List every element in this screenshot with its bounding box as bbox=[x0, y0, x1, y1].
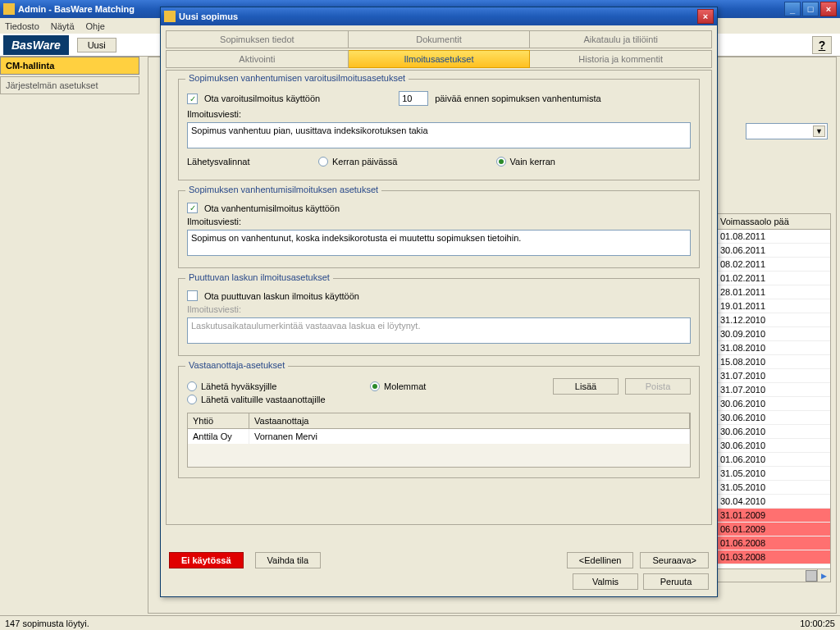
help-button[interactable]: ? bbox=[812, 36, 832, 54]
msg2-textarea[interactable] bbox=[187, 230, 691, 256]
recipient-row[interactable]: Anttila Oy Vornanen Mervi bbox=[188, 429, 690, 444]
warning-legend: Sopimuksen vanhentumisen varoitusilmoitu… bbox=[185, 73, 409, 83]
msg2-label: Ilmoitusviesti: bbox=[187, 217, 241, 226]
maximize-button[interactable]: □ bbox=[802, 2, 819, 16]
logo: BasWare bbox=[3, 35, 69, 55]
new-button[interactable]: Uusi bbox=[77, 38, 116, 52]
validity-row[interactable]: 15.08.2010 bbox=[717, 355, 830, 369]
tab[interactable]: Aikataulu ja tiliöinti bbox=[530, 30, 712, 48]
enable-missing-label: Ota puuttuvan laskun ilmoitus käyttöön bbox=[204, 291, 359, 301]
sidebar-item[interactable]: Järjestelmän asetukset bbox=[0, 76, 139, 94]
enable-expiry-label: Ota vanhentumisilmoitus käyttöön bbox=[204, 203, 340, 213]
msg1-label: Ilmoitusviesti: bbox=[187, 109, 241, 119]
validity-row[interactable]: 30.06.2011 bbox=[717, 244, 830, 258]
msg3-label: Ilmoitusviesti: bbox=[187, 304, 241, 314]
validity-row[interactable]: 30.04.2010 bbox=[717, 495, 830, 509]
tab[interactable]: Aktivointi bbox=[166, 50, 349, 68]
enable-missing-checkbox[interactable] bbox=[187, 290, 198, 301]
validity-row[interactable]: 01.06.2008 bbox=[717, 536, 830, 550]
validity-row[interactable]: 31.01.2009 bbox=[717, 509, 830, 523]
tab[interactable]: Dokumentit bbox=[349, 30, 531, 48]
validity-table: Voimassaolo pää 01.08.201130.06.201108.0… bbox=[716, 213, 831, 582]
days-input[interactable] bbox=[399, 91, 428, 106]
expiry-legend: Sopimuksen vanhentumisilmoituksen asetuk… bbox=[185, 185, 381, 194]
close-button[interactable]: × bbox=[820, 2, 837, 16]
toggle-state-button[interactable]: Vaihda tila bbox=[255, 552, 322, 568]
next-button[interactable]: Seuraava> bbox=[640, 552, 709, 568]
validity-row[interactable]: 19.01.2011 bbox=[717, 299, 830, 313]
missing-legend: Puuttuvan laskun ilmoitusasetukset bbox=[185, 272, 333, 282]
validity-row[interactable]: 30.09.2010 bbox=[717, 327, 830, 341]
status-button[interactable]: Ei käytössä bbox=[169, 552, 244, 568]
validity-row[interactable]: 31.05.2010 bbox=[717, 481, 830, 495]
validity-row[interactable]: 30.06.2010 bbox=[717, 411, 830, 425]
th-recipient[interactable]: Vastaanottaja bbox=[249, 413, 690, 428]
radio-both[interactable] bbox=[370, 381, 380, 391]
validity-row[interactable]: 01.06.2010 bbox=[717, 453, 830, 467]
th-company[interactable]: Yhtiö bbox=[188, 413, 249, 428]
cancel-button[interactable]: Peruuta bbox=[643, 573, 709, 590]
recipient-table: Yhtiö Vastaanottaja Anttila Oy Vornanen … bbox=[187, 413, 691, 468]
send-options-label: Lähetysvalinnat bbox=[187, 157, 294, 167]
validity-row[interactable]: 30.06.2010 bbox=[717, 439, 830, 453]
validity-row[interactable]: 28.01.2011 bbox=[717, 285, 830, 299]
dialog-titlebar: Uusi sopimus × bbox=[161, 7, 717, 25]
enable-expiry-checkbox[interactable]: ✓ bbox=[187, 203, 198, 213]
validity-row[interactable]: 31.05.2010 bbox=[717, 467, 830, 481]
validity-row[interactable]: 08.02.2011 bbox=[717, 258, 830, 272]
radio-approvers[interactable] bbox=[187, 381, 197, 391]
tab[interactable]: Historia ja kommentit bbox=[530, 50, 712, 68]
validity-row[interactable]: 31.07.2010 bbox=[717, 383, 830, 397]
enable-warning-checkbox[interactable]: ✓ bbox=[187, 94, 198, 104]
missing-invoice-group: Puuttuvan laskun ilmoitusasetukset Ota p… bbox=[178, 278, 700, 356]
sidebar-item[interactable]: CM-hallinta bbox=[0, 57, 139, 75]
validity-row[interactable]: 01.08.2011 bbox=[717, 230, 830, 244]
menu-file[interactable]: Tiedosto bbox=[5, 21, 39, 31]
menu-help[interactable]: Ohje bbox=[86, 21, 105, 31]
validity-row[interactable]: 01.02.2011 bbox=[717, 272, 830, 285]
tab[interactable]: Ilmoitusasetukset bbox=[349, 50, 531, 68]
msg1-textarea[interactable] bbox=[187, 122, 691, 148]
enable-warning-label: Ota varoitusilmoitus käyttöön bbox=[204, 94, 320, 103]
validity-row[interactable]: 01.03.2008 bbox=[717, 550, 830, 564]
dialog-close-button[interactable]: × bbox=[697, 9, 714, 24]
radio-selected[interactable] bbox=[187, 395, 197, 404]
validity-row[interactable]: 30.06.2010 bbox=[717, 425, 830, 439]
validity-row[interactable]: 06.01.2009 bbox=[717, 523, 830, 536]
warning-settings-group: Sopimuksen vanhentumisen varoitusilmoitu… bbox=[178, 79, 700, 180]
validity-row[interactable]: 31.08.2010 bbox=[717, 341, 830, 355]
radio-once[interactable] bbox=[496, 157, 506, 167]
msg3-textarea bbox=[187, 317, 691, 344]
delete-recipient-button: Poista bbox=[625, 378, 691, 395]
filter-dropdown[interactable] bbox=[746, 123, 828, 139]
status-text: 147 sopimusta löytyi. bbox=[5, 619, 89, 628]
recipient-legend: Vastaanottaja-asetukset bbox=[185, 360, 288, 370]
dialog-icon bbox=[164, 11, 176, 22]
recipient-group: Vastaanottaja-asetukset Lähetä hyväksyji… bbox=[178, 366, 700, 478]
validity-header[interactable]: Voimassaolo pää bbox=[717, 214, 830, 230]
validity-row[interactable]: 31.12.2010 bbox=[717, 313, 830, 327]
prev-button[interactable]: <Edellinen bbox=[567, 552, 634, 568]
expiry-settings-group: Sopimuksen vanhentumisilmoituksen asetuk… bbox=[178, 190, 700, 268]
statusbar: 147 sopimusta löytyi. 10:00:25 bbox=[0, 615, 840, 630]
days-after-label: päivää ennen sopimuksen vanhentumista bbox=[435, 94, 600, 103]
validity-row[interactable]: 30.06.2010 bbox=[717, 397, 830, 411]
add-recipient-button[interactable]: Lisää bbox=[553, 378, 619, 395]
new-contract-dialog: Uusi sopimus × Sopimuksen tiedotDokument… bbox=[160, 7, 718, 597]
ok-button[interactable]: Valmis bbox=[573, 573, 638, 590]
h-scrollbar[interactable]: ▶ bbox=[717, 568, 830, 582]
app-icon bbox=[3, 3, 15, 15]
tab[interactable]: Sopimuksen tiedot bbox=[166, 30, 349, 48]
validity-row[interactable]: 31.07.2010 bbox=[717, 369, 830, 383]
validity-body[interactable]: 01.08.201130.06.201108.02.201101.02.2011… bbox=[717, 230, 830, 571]
status-time: 10:00:25 bbox=[800, 619, 835, 628]
dialog-title: Uusi sopimus bbox=[179, 11, 697, 21]
minimize-button[interactable]: _ bbox=[784, 2, 801, 16]
radio-daily[interactable] bbox=[318, 157, 328, 167]
menu-view[interactable]: Näytä bbox=[51, 21, 75, 31]
